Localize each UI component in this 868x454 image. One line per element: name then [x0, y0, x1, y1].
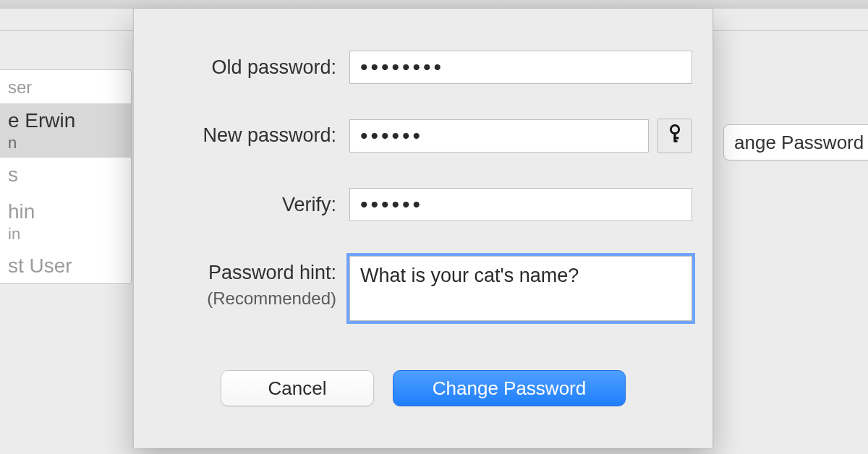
password-assistant-button[interactable] [658, 119, 692, 153]
change-password-button[interactable]: Change Password [393, 370, 626, 406]
sidebar-item-user-3[interactable]: st User [0, 249, 131, 283]
sheet-buttons: Cancel Change Password [134, 370, 712, 406]
row-verify: Verify: [134, 188, 712, 221]
old-password-label: Old password: [134, 51, 349, 79]
sidebar-item-sub: n [8, 134, 121, 152]
verify-password-field[interactable] [349, 188, 692, 221]
sidebar-item-user-2[interactable]: hin in [0, 194, 131, 249]
sidebar-header: ser [0, 70, 131, 103]
key-icon [667, 124, 683, 147]
row-old-password: Old password: [134, 51, 712, 84]
sidebar-item-name: s [8, 163, 18, 186]
password-hint-field[interactable] [349, 256, 692, 321]
old-password-field[interactable] [349, 51, 692, 84]
sidebar-item-name: hin [8, 200, 35, 223]
sidebar-item-user-1[interactable]: s [0, 158, 131, 194]
row-new-password: New password: [134, 119, 712, 153]
svg-rect-3 [673, 140, 677, 142]
background-change-password-label: ange Password [734, 132, 864, 154]
hint-label: Password hint: [208, 262, 336, 283]
sidebar-item-sub: in [8, 225, 121, 243]
sidebar-item-name: st User [8, 254, 72, 277]
cancel-button[interactable]: Cancel [221, 370, 374, 406]
new-password-field[interactable] [349, 119, 649, 153]
svg-point-0 [671, 125, 678, 133]
svg-rect-2 [673, 137, 678, 140]
background-change-password-button[interactable]: ange Password [723, 124, 868, 160]
verify-label: Verify: [134, 188, 349, 216]
sidebar-item-name: e Erwin [8, 109, 75, 132]
new-password-label: New password: [134, 119, 349, 147]
change-password-sheet: Old password: New password: [133, 9, 713, 448]
change-password-button-label: Change Password [433, 377, 586, 400]
hint-label-col: Password hint: (Recommended) [134, 256, 349, 309]
sidebar-item-user-0[interactable]: e Erwin n [0, 103, 131, 158]
change-password-form: Old password: New password: [134, 51, 712, 321]
hint-sublabel: (Recommended) [134, 288, 336, 309]
users-sidebar: ser e Erwin n s hin in st User [0, 69, 132, 284]
cancel-button-label: Cancel [268, 377, 327, 400]
row-hint: Password hint: (Recommended) [134, 256, 712, 321]
